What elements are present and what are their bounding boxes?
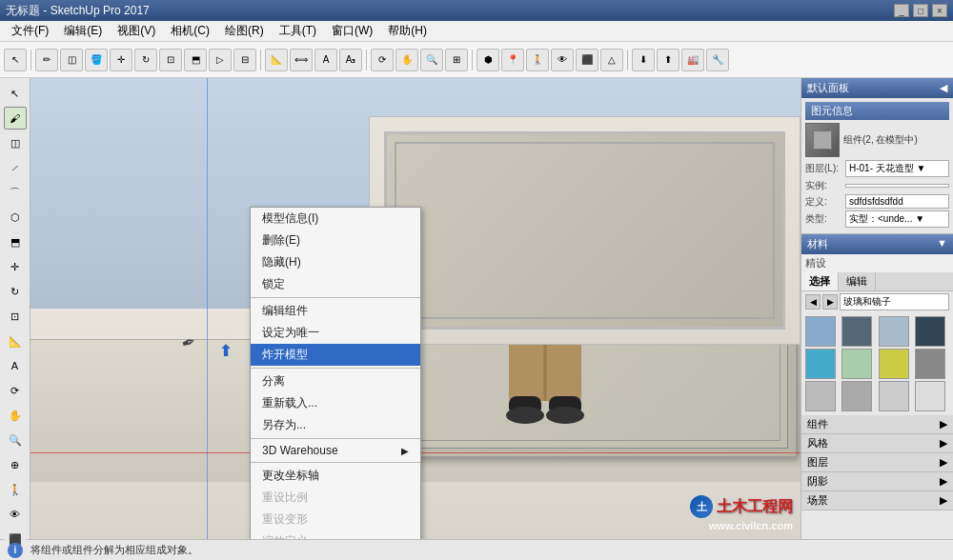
mat-tab-edit[interactable]: 编辑: [839, 272, 876, 290]
instance-value[interactable]: [845, 184, 949, 188]
lt-scale-btn[interactable]: ⊡: [4, 305, 27, 328]
type-value[interactable]: 实型：<unde... ▼: [845, 210, 949, 228]
lt-line-btn[interactable]: ⟋: [4, 156, 27, 179]
3d-text-btn[interactable]: A₃: [339, 49, 362, 71]
tape-tool-btn[interactable]: 📐: [265, 49, 288, 71]
mat-swatch-8[interactable]: [805, 381, 836, 411]
mat-swatch-0[interactable]: [805, 316, 836, 347]
mat-tab-select[interactable]: 选择: [801, 272, 839, 290]
ctx-edit-component[interactable]: 编辑组件: [251, 300, 420, 322]
pencil-tool-btn[interactable]: ✏: [35, 49, 58, 71]
lt-walk-btn[interactable]: 🚶: [4, 478, 27, 501]
ctx-model-info[interactable]: 模型信息(I): [251, 208, 420, 230]
look-around-btn[interactable]: 👁: [551, 49, 574, 71]
export-btn[interactable]: ⬆: [657, 49, 679, 71]
rotate-tool-btn[interactable]: ↻: [134, 49, 157, 71]
ctx-scale-def[interactable]: 缩放定义: [251, 530, 420, 539]
lt-push-pull-btn[interactable]: ⬒: [4, 230, 27, 253]
mat-swatch-2[interactable]: [879, 316, 909, 347]
walk-btn[interactable]: 🚶: [526, 49, 549, 71]
ctx-detach[interactable]: 分离: [251, 370, 420, 392]
lt-eraser-btn[interactable]: ◫: [4, 131, 27, 154]
viewport[interactable]: ✒ ⬆ 模型信息(I) 删除(E) 隐藏(H) 锁定 编辑组件 设定为唯一: [30, 78, 801, 539]
scale-tool-btn[interactable]: ⊡: [159, 49, 182, 71]
erase-tool-btn[interactable]: ◫: [60, 49, 83, 71]
orbit-btn[interactable]: ⟳: [371, 49, 394, 71]
components-btn[interactable]: ⬢: [476, 49, 499, 71]
ctx-change-axis[interactable]: 更改坐标轴: [251, 465, 420, 487]
menu-edit[interactable]: 编辑(E): [56, 21, 110, 41]
text-tool-btn[interactable]: A: [314, 49, 337, 71]
ctx-delete[interactable]: 删除(E): [251, 230, 420, 251]
window-controls[interactable]: _ □ ×: [894, 4, 947, 17]
lt-select-btn[interactable]: ↖: [4, 82, 27, 105]
ctx-3d-warehouse[interactable]: 3D Warehouse ▶: [251, 441, 420, 460]
mat-swatch-1[interactable]: [841, 316, 872, 347]
paint-tool-btn[interactable]: 🪣: [85, 49, 108, 71]
menu-help[interactable]: 帮助(H): [380, 21, 435, 41]
ctx-hide[interactable]: 隐藏(H): [251, 251, 420, 273]
lt-orbit-btn[interactable]: ⟳: [4, 379, 27, 402]
mat-swatch-11[interactable]: [915, 381, 945, 411]
lt-text-btn[interactable]: A: [4, 354, 27, 377]
lt-pan-btn[interactable]: ✋: [4, 404, 27, 427]
scenes-panel[interactable]: 场景 ▶: [801, 491, 953, 510]
follow-me-btn[interactable]: ▷: [209, 49, 232, 71]
mat-swatch-6[interactable]: [879, 349, 909, 379]
import-btn[interactable]: ⬇: [632, 49, 655, 71]
pan-btn[interactable]: ✋: [395, 49, 418, 71]
layers-panel[interactable]: 图层 ▶: [801, 453, 953, 472]
ctx-lock[interactable]: 锁定: [251, 273, 420, 295]
select-tool-btn[interactable]: ↖: [4, 49, 27, 71]
components-panel[interactable]: 组件 ▶: [801, 415, 953, 434]
lt-tape-btn[interactable]: 📐: [4, 330, 27, 352]
mat-swatch-7[interactable]: [915, 349, 945, 379]
mat-forward-btn[interactable]: ▶: [822, 294, 838, 310]
maximize-button[interactable]: □: [913, 4, 928, 17]
mat-swatch-9[interactable]: [841, 381, 872, 411]
extension-btn[interactable]: 🔧: [706, 49, 729, 71]
lt-zoom-prev-btn[interactable]: ⊕: [4, 453, 27, 476]
ctx-make-unique[interactable]: 设定为唯一: [251, 322, 420, 344]
menu-draw[interactable]: 绘图(R): [217, 21, 272, 41]
materials-collapse-btn[interactable]: ▼: [937, 237, 947, 251]
lt-zoom-btn[interactable]: 🔍: [4, 429, 27, 451]
lt-move-btn[interactable]: ✛: [4, 255, 27, 278]
shadows-panel[interactable]: 阴影 ▶: [801, 472, 953, 491]
mat-swatch-5[interactable]: [841, 349, 872, 379]
ctx-reload[interactable]: 重新载入...: [251, 392, 420, 414]
ctx-reset-scale[interactable]: 重设比例: [251, 487, 420, 509]
menu-camera[interactable]: 相机(C): [163, 21, 217, 41]
sandbox-btn[interactable]: △: [600, 49, 623, 71]
ctx-explode[interactable]: 炸开模型: [251, 344, 420, 366]
definition-value[interactable]: sdfdsfdsdfdd: [845, 194, 949, 209]
dimension-btn[interactable]: ⟺: [290, 49, 313, 71]
offset-btn[interactable]: ⊟: [233, 49, 256, 71]
zoom-btn[interactable]: 🔍: [420, 49, 443, 71]
minimize-button[interactable]: _: [894, 4, 909, 17]
section-btn[interactable]: ⬛: [576, 49, 598, 71]
warehouse-btn[interactable]: 🏭: [681, 49, 704, 71]
add-location-btn[interactable]: 📍: [501, 49, 524, 71]
menu-window[interactable]: 窗口(W): [324, 21, 380, 41]
mat-swatch-3[interactable]: [915, 316, 945, 347]
lt-lookaround-btn[interactable]: 👁: [4, 503, 27, 526]
mat-swatch-4[interactable]: [805, 349, 836, 379]
close-button[interactable]: ×: [932, 4, 947, 17]
layer-value[interactable]: H-01- 天花造型 ▼: [845, 160, 949, 177]
zoom-extents-btn[interactable]: ⊞: [445, 49, 468, 71]
lt-rotate-btn[interactable]: ↻: [4, 280, 27, 303]
lt-shapes-btn[interactable]: ⬡: [4, 206, 27, 229]
menu-file[interactable]: 文件(F): [4, 21, 56, 41]
ctx-save-as[interactable]: 另存为...: [251, 414, 420, 436]
lt-arc-btn[interactable]: ⌒: [4, 181, 27, 204]
mat-back-btn[interactable]: ◀: [805, 294, 821, 310]
lt-paint-btn[interactable]: 🖌: [4, 107, 27, 130]
push-pull-btn[interactable]: ⬒: [184, 49, 207, 71]
ctx-reset-skew[interactable]: 重设变形: [251, 509, 420, 530]
styles-panel[interactable]: 风格 ▶: [801, 434, 953, 453]
menu-tools[interactable]: 工具(T): [272, 21, 324, 41]
move-tool-btn[interactable]: ✛: [110, 49, 132, 71]
mat-swatch-10[interactable]: [879, 381, 909, 411]
menu-view[interactable]: 视图(V): [110, 21, 163, 41]
